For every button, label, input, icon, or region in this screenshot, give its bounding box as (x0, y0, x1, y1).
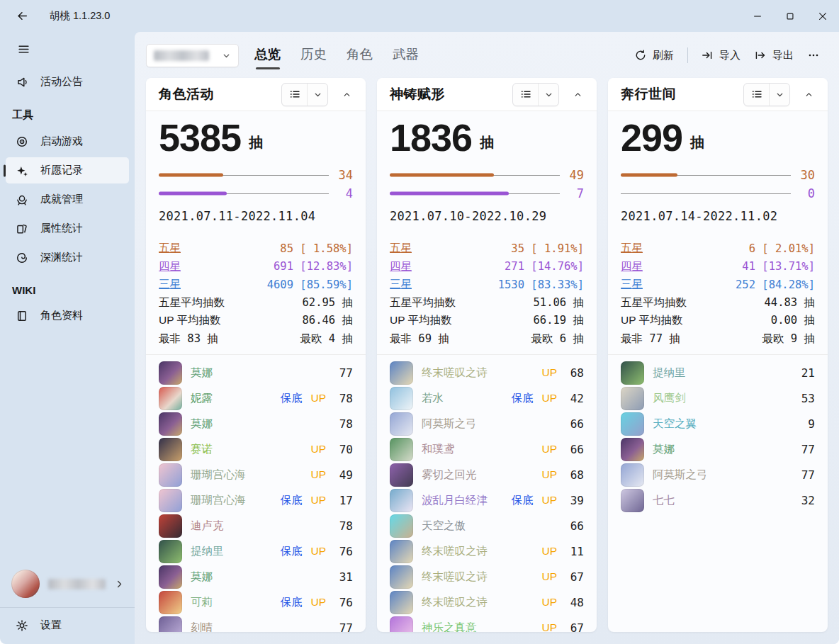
item-name: 终末嗟叹之诗 (422, 595, 524, 610)
up-badge: UP (310, 468, 326, 481)
item-avatar (390, 514, 413, 538)
four-star-link[interactable]: 四星 (159, 259, 181, 274)
tab-overview[interactable]: 总览 (253, 40, 282, 72)
five-star-item-list: 莫娜77 妮露保底UP78 莫娜78 赛诺UP70 珊瑚宫心海UP49 珊瑚宫心… (146, 355, 366, 632)
pull-item-row: 珊瑚宫心海UP49 (159, 462, 353, 487)
sidebar-item-character-wiki[interactable]: 角色资料 (6, 303, 129, 329)
pull-item-row: 阿莫斯之弓66 (390, 411, 584, 436)
abyss-stats-icon (15, 251, 28, 264)
up-badge: UP (310, 545, 326, 558)
chevron-down-icon[interactable] (307, 84, 327, 106)
guarantee-badge: 保底 (511, 391, 533, 406)
announcement-icon (15, 75, 28, 89)
pull-item-row: 终末嗟叹之诗UP68 (390, 360, 584, 385)
list-mode-split-button[interactable] (512, 83, 559, 106)
item-avatar (621, 463, 644, 487)
item-name: 和璞鸢 (422, 442, 524, 457)
sidebar-item-announcements[interactable]: 活动公告 (6, 69, 129, 95)
pull-item-row: 莫娜31 (159, 564, 353, 589)
pull-count: 31 (334, 570, 353, 584)
item-name: 刻晴 (191, 621, 309, 632)
sidebar-item-wish-records[interactable]: 祈愿记录 (6, 157, 129, 183)
item-avatar (159, 514, 182, 538)
item-name: 妮露 (191, 391, 271, 406)
refresh-button[interactable]: 刷新 (628, 44, 681, 67)
tab-characters[interactable]: 角色 (345, 40, 374, 72)
sidebar-item-property-stats[interactable]: 属性统计 (6, 215, 129, 242)
banner-card-character-event: 角色活动 5385 抽 (146, 78, 366, 632)
item-name: 终末嗟叹之诗 (422, 366, 524, 380)
up-badge: UP (541, 570, 557, 583)
best-pull-value: 最欧 9 抽 (762, 332, 816, 346)
pull-count: 21 (796, 366, 815, 380)
five-star-link[interactable]: 五星 (159, 241, 181, 256)
avg-up-label: UP 平均抽数 (390, 313, 452, 328)
up-badge: UP (541, 366, 557, 379)
total-pulls: 5385 (159, 118, 241, 157)
three-star-link[interactable]: 三星 (390, 277, 412, 292)
list-mode-split-button[interactable] (743, 83, 790, 106)
pull-item-row: 莫娜77 (159, 360, 353, 385)
item-avatar (390, 361, 413, 385)
five-star-link[interactable]: 五星 (621, 241, 643, 256)
item-name: 阿莫斯之弓 (653, 468, 771, 482)
maximize-button[interactable] (774, 0, 806, 32)
collapse-button[interactable] (336, 84, 357, 105)
close-icon (818, 11, 828, 21)
up-badge: UP (541, 596, 557, 609)
item-name: 赛诺 (191, 442, 293, 457)
banner-summary: 1836 抽 49 7 2021.07.10-2022.10.29 (377, 111, 597, 233)
tab-weapons[interactable]: 武器 (391, 40, 420, 72)
import-button[interactable]: 导入 (694, 44, 748, 67)
list-icon[interactable] (282, 84, 307, 106)
collapse-button[interactable] (798, 84, 819, 105)
back-button[interactable] (10, 6, 34, 27)
back-arrow-icon (16, 10, 28, 22)
card-header: 奔行世间 (608, 78, 828, 111)
minimize-button[interactable] (741, 0, 774, 32)
item-avatar (390, 616, 413, 632)
item-name: 七七 (653, 493, 771, 508)
sidebar-item-settings[interactable]: 设置 (6, 612, 129, 638)
banner-cards: 角色活动 5385 抽 (146, 78, 828, 632)
four-star-link[interactable]: 四星 (621, 259, 643, 274)
uid-selector-dropdown[interactable] (146, 44, 239, 67)
avg-five-label: 五星平均抽数 (159, 295, 225, 310)
pull-count: 78 (334, 392, 353, 405)
pull-count: 66 (565, 417, 584, 431)
chevron-down-icon[interactable] (538, 84, 558, 106)
up-badge: UP (541, 443, 557, 456)
list-icon[interactable] (513, 84, 538, 106)
four-star-link[interactable]: 四星 (390, 259, 412, 274)
five-star-link[interactable]: 五星 (390, 241, 412, 256)
pull-item-row: 天空之傲66 (390, 513, 584, 538)
pull-count: 77 (334, 366, 353, 380)
item-name: 天空之傲 (422, 519, 540, 533)
tab-history[interactable]: 历史 (299, 40, 328, 72)
collapse-button[interactable] (567, 84, 588, 105)
toolbar-divider (687, 47, 688, 63)
banner-title: 奔行世间 (621, 85, 676, 103)
three-star-link[interactable]: 三星 (159, 277, 181, 292)
menu-toggle-button[interactable] (11, 38, 35, 60)
three-star-link[interactable]: 三星 (621, 277, 643, 292)
export-button[interactable]: 导出 (748, 44, 801, 67)
sidebar-item-abyss-stats[interactable]: 深渊统计 (6, 244, 129, 271)
list-icon[interactable] (744, 84, 769, 106)
card-header: 神铸赋形 (377, 78, 597, 111)
sidebar-item-launch-game[interactable]: 启动游戏 (6, 128, 129, 154)
sidebar-item-label: 启动游戏 (40, 135, 83, 148)
pull-count: 42 (565, 392, 584, 405)
item-name: 提纳里 (191, 544, 271, 559)
date-range: 2021.07.14-2022.11.02 (621, 209, 815, 223)
list-mode-split-button[interactable] (281, 83, 328, 106)
more-button[interactable] (801, 45, 826, 66)
banner-stats: 五星85 [ 1.58%] 四星691 [12.83%] 三星4609 [85.… (146, 233, 366, 355)
pull-count: 48 (565, 596, 584, 609)
close-button[interactable] (806, 0, 839, 32)
sidebar-item-achievements[interactable]: 成就管理 (6, 186, 129, 213)
up-badge: UP (541, 494, 557, 507)
user-account-row[interactable] (0, 563, 135, 604)
pull-item-row: 七七32 (621, 487, 815, 513)
chevron-down-icon[interactable] (769, 84, 789, 106)
